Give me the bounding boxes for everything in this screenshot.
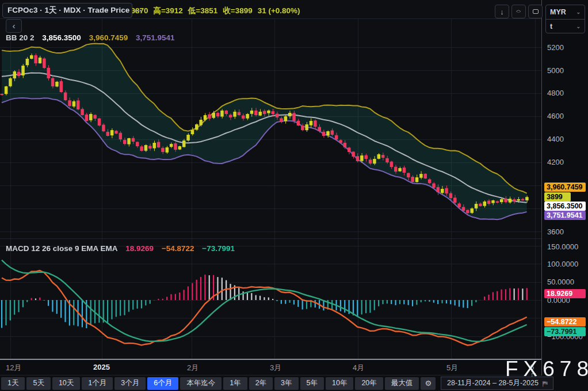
symbol-legend[interactable]: FCPOc3 · 1天 · MDX · Trade Price •••	[2, 3, 132, 18]
bollinger-legend[interactable]: BB 20 2 3,856.3500 3,960.7459 3,751.9541	[6, 33, 175, 42]
range-button-10y[interactable]: 10年	[326, 377, 353, 390]
bb-lower-price-badge: 3,751.9541	[544, 211, 586, 220]
range-toolbar: 1天 5天 10天 1个月 3个月 6个月 本年迄今 1年 2年 3年 5年 1…	[0, 375, 588, 391]
range-button-10d[interactable]: 10天	[52, 377, 80, 390]
scroll-to-recent-button[interactable]: ↓	[495, 5, 509, 18]
more-options-icon[interactable]: •••	[134, 7, 142, 14]
range-button-max[interactable]: 最大值	[385, 377, 419, 390]
ohlc-change: 31 (+0.80%)	[258, 6, 300, 15]
range-button-1d[interactable]: 1天	[1, 377, 25, 390]
macd-line-value: −54.8722	[162, 244, 194, 253]
price-axis[interactable]: MYR ⌄ t ⌄ 5200 5000 4800 4600 4400 4200 …	[541, 0, 588, 375]
collapse-pane-icon: ︿﹀	[516, 9, 521, 14]
macd-signal-badge: −73.7991	[544, 327, 586, 336]
macd-line-badge: −54.8722	[544, 317, 586, 327]
macd-legend[interactable]: MACD 12 26 close 9 EMA EMA 18.9269 −54.8…	[6, 244, 235, 253]
ohlc-low: 低=3851	[188, 6, 217, 15]
time-axis[interactable]: 12月 2025 2月 3月 4月 5月 6月	[0, 360, 541, 374]
currency-dropdown[interactable]: MYR ⌄	[546, 5, 585, 19]
range-button-1m[interactable]: 1个月	[82, 377, 113, 390]
ohlc-readout: 开=3870高=3912低=3851收=389931 (+0.80%)	[119, 6, 306, 16]
maximize-icon	[533, 9, 539, 14]
chevron-down-icon: ⌄	[576, 24, 581, 29]
macd-signal-value: −73.7991	[202, 244, 235, 253]
price-chart-canvas[interactable]	[0, 0, 541, 360]
time-label: 3月	[270, 363, 281, 373]
last-price-badge: 3899	[544, 192, 571, 202]
ohlc-high: 高=3912	[153, 6, 182, 15]
price-tick: 4400	[547, 135, 564, 143]
range-button-3y[interactable]: 3年	[274, 377, 298, 390]
chevron-down-icon: ⌄	[576, 9, 581, 15]
range-settings-button[interactable]: ⚙	[421, 377, 436, 390]
bb-upper-price-badge: 3,960.7459	[544, 183, 586, 192]
unit-dropdown[interactable]: t ⌄	[546, 19, 585, 33]
symbol-title: FCPOc3 · 1天 · MDX · Trade Price	[7, 5, 129, 16]
range-button-5d[interactable]: 5天	[26, 377, 50, 390]
bb-lower-value: 3,751.9541	[136, 33, 175, 42]
price-tick: 4200	[547, 158, 564, 166]
range-button-20y[interactable]: 20年	[355, 377, 383, 390]
price-tick: 5000	[547, 66, 564, 75]
bb-mid-price-badge: 3,856.3500	[544, 202, 586, 211]
axis-unit-selector: MYR ⌄ t ⌄	[545, 5, 585, 33]
price-tick: 5200	[547, 43, 564, 52]
macd-hist-badge: 18.9269	[544, 289, 586, 298]
time-label-year: 2025	[93, 363, 110, 371]
range-button-1y[interactable]: 1年	[223, 377, 247, 390]
range-button-6m-selected[interactable]: 6个月	[147, 377, 178, 390]
bb-title: BB 20 2	[6, 33, 35, 42]
pane-controls: ↓ ︿﹀	[495, 5, 543, 18]
time-label: 5月	[446, 363, 458, 373]
time-label: 12月	[6, 363, 21, 373]
macd-tick: 50.0000	[547, 278, 574, 286]
gear-icon: ⚙	[425, 379, 432, 388]
price-tick: 4600	[547, 112, 564, 120]
price-tick: 3600	[547, 227, 564, 236]
range-button-2y[interactable]: 2年	[249, 377, 273, 390]
macd-tick: 100.0000	[547, 260, 578, 268]
macd-tick: 150.0000	[547, 242, 578, 251]
time-label: 4月	[353, 363, 364, 373]
bb-upper-value: 3,960.7459	[89, 33, 128, 42]
fx678-watermark: FX678®	[505, 357, 588, 381]
macd-hist-value: 18.9269	[125, 244, 154, 253]
time-label: 2月	[187, 363, 198, 373]
range-button-5y[interactable]: 5年	[300, 377, 324, 390]
price-tick: 4800	[547, 89, 564, 97]
maximize-pane-button[interactable]	[528, 5, 543, 18]
collapse-legend-button[interactable]: ‹	[6, 19, 22, 33]
range-button-ytd[interactable]: 本年迄今	[180, 377, 222, 390]
bb-mid-value: 3,856.3500	[42, 33, 81, 42]
trading-terminal: 开=3870高=3912低=3851收=389931 (+0.80%) FCPO…	[0, 0, 588, 391]
macd-title: MACD 12 26 close 9 EMA EMA	[6, 244, 118, 253]
ohlc-close: 收=3899	[223, 6, 252, 15]
range-button-3m[interactable]: 3个月	[114, 377, 146, 390]
collapse-pane-button[interactable]: ︿﹀	[511, 5, 526, 18]
